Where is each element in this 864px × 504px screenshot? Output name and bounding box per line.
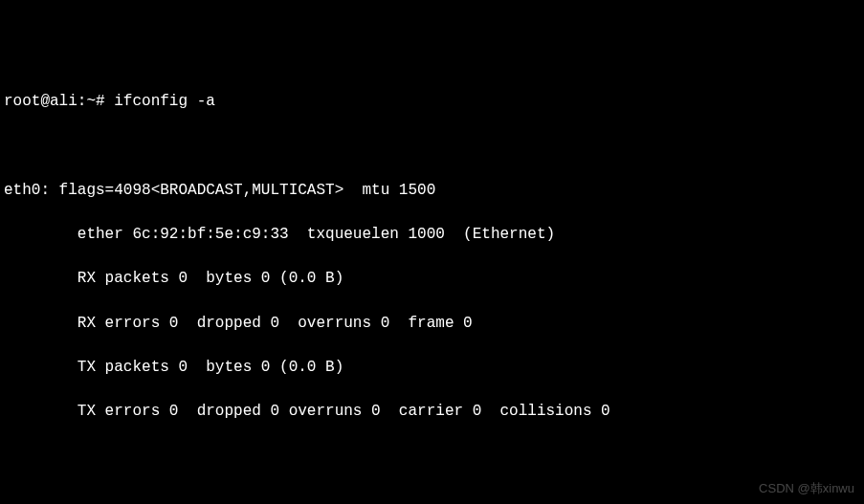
interface-line: RX packets 0 bytes 0 (0.0 B): [4, 268, 860, 290]
interface-line: RX errors 0 dropped 0 overruns 0 frame 0: [4, 313, 860, 335]
watermark-text: CSDN @韩xinwu: [759, 480, 854, 498]
interface-line: ether 6c:92:bf:5e:c9:33 txqueuelen 1000 …: [4, 224, 860, 246]
shell-prompt-line: root@ali:~# ifconfig -a: [4, 91, 860, 113]
interface-eth0: eth0: flags=4098<BROADCAST,MULTICAST> mt…: [4, 157, 860, 445]
interface-header: eth0: flags=4098<BROADCAST,MULTICAST> mt…: [4, 180, 860, 202]
interface-line: TX errors 0 dropped 0 overruns 0 carrier…: [4, 401, 860, 423]
interface-line: TX packets 0 bytes 0 (0.0 B): [4, 357, 860, 379]
blank-line: [4, 490, 860, 504]
